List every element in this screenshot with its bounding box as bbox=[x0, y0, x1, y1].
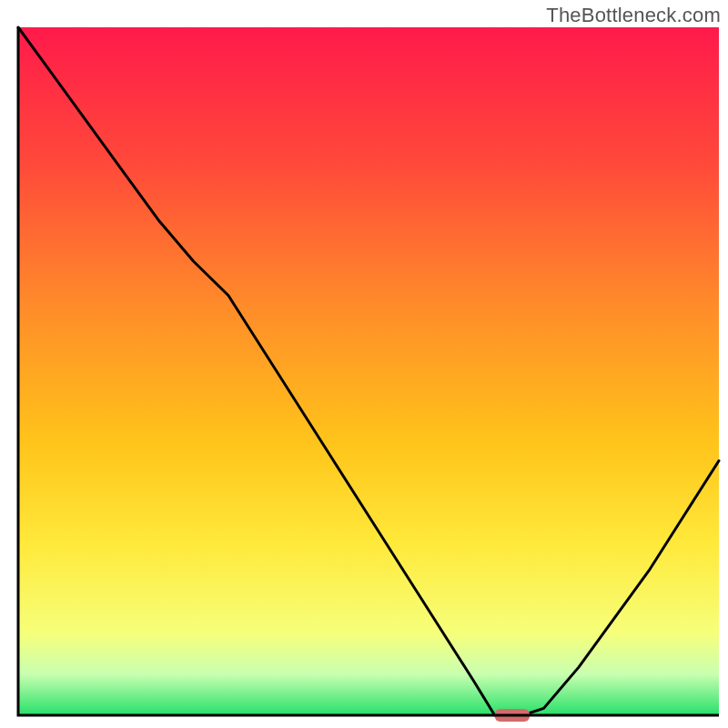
bottleneck-chart bbox=[0, 24, 728, 728]
chart-container: TheBottleneck.com bbox=[0, 0, 728, 728]
plot-area bbox=[0, 24, 728, 728]
gradient-background bbox=[18, 27, 719, 715]
